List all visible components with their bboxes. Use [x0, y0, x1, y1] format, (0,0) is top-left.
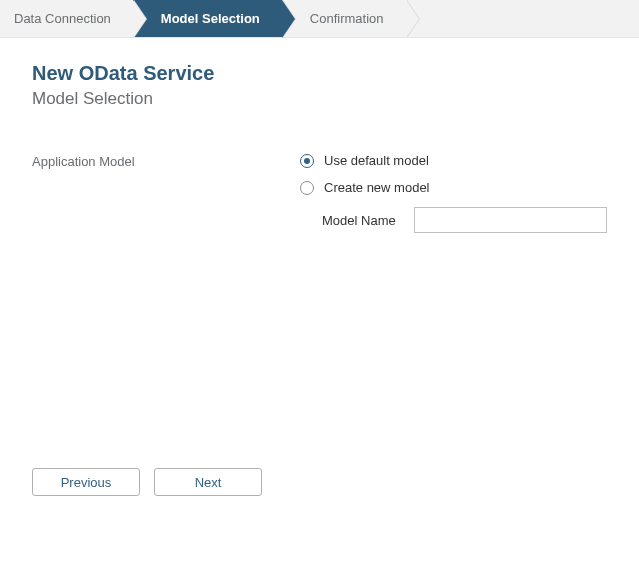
next-button[interactable]: Next — [154, 468, 262, 496]
wizard-step-label: Model Selection — [161, 11, 260, 26]
radio-icon — [300, 154, 314, 168]
wizard-footer: Previous Next — [0, 468, 639, 496]
model-name-label: Model Name — [322, 213, 396, 228]
model-name-input[interactable] — [414, 207, 607, 233]
radio-label: Create new model — [324, 180, 430, 195]
wizard-step-model-selection[interactable]: Model Selection — [133, 0, 282, 37]
application-model-label: Application Model — [32, 153, 300, 169]
wizard-step-data-connection[interactable]: Data Connection — [0, 0, 133, 37]
wizard-step-confirmation[interactable]: Confirmation — [282, 0, 406, 37]
wizard-step-label: Data Connection — [14, 11, 111, 26]
model-name-row: Model Name — [300, 207, 607, 233]
radio-icon — [300, 181, 314, 195]
radio-create-new-model[interactable]: Create new model — [300, 180, 607, 195]
page-subtitle: Model Selection — [32, 89, 607, 109]
wizard-step-label: Confirmation — [310, 11, 384, 26]
previous-button[interactable]: Previous — [32, 468, 140, 496]
radio-use-default-model[interactable]: Use default model — [300, 153, 607, 168]
application-model-controls: Use default model Create new model Model… — [300, 153, 607, 233]
wizard-steps: Data Connection Model Selection Confirma… — [0, 0, 639, 38]
page-title: New OData Service — [32, 62, 607, 85]
wizard-content: New OData Service Model Selection Applic… — [0, 38, 639, 508]
radio-label: Use default model — [324, 153, 429, 168]
form-row-application-model: Application Model Use default model Crea… — [32, 153, 607, 233]
